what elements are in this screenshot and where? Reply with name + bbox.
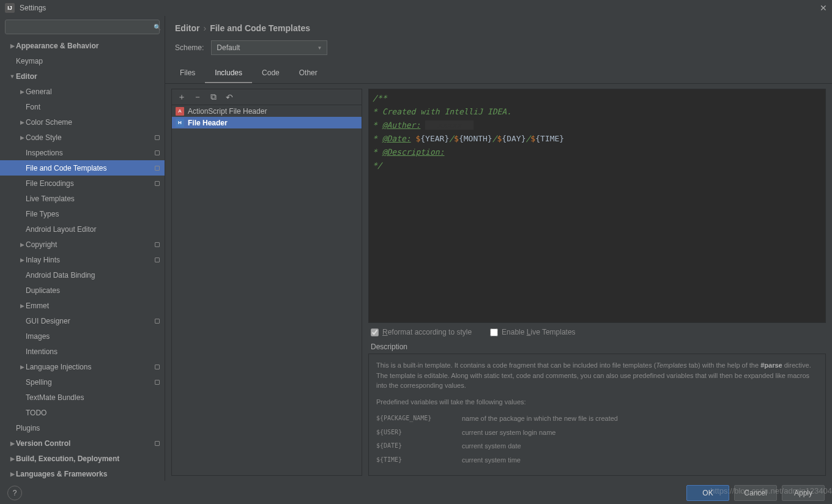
sidebar-item[interactable]: ▶Color Scheme	[0, 114, 165, 130]
sidebar-item[interactable]: File Encodings	[0, 176, 165, 191]
add-button[interactable]: ＋	[174, 91, 189, 104]
description-label: Description	[368, 341, 826, 354]
sidebar-item[interactable]: Inspections	[0, 145, 165, 160]
close-icon[interactable]: ✕	[820, 3, 827, 13]
live-templates-checkbox[interactable]: Enable Live Templates	[490, 328, 576, 336]
sidebar-item[interactable]: Live Templates	[0, 191, 165, 206]
description-panel: This is a built-in template. It contains…	[368, 354, 826, 476]
copy-button[interactable]: ⧉	[206, 91, 221, 104]
reformat-checkbox[interactable]: Reformat according to style	[371, 328, 472, 336]
sidebar-item[interactable]: File and Code Templates	[0, 160, 165, 176]
scheme-select[interactable]: Default▼	[211, 40, 327, 55]
list-toolbar: ＋ － ⧉ ↶	[171, 89, 362, 105]
sidebar: ▶Appearance & BehaviorKeymap▼Editor▶Gene…	[0, 16, 165, 481]
sidebar-item[interactable]: ▶Version Control	[0, 435, 165, 451]
breadcrumb: Editor›File and Code Templates	[165, 16, 832, 38]
sidebar-item[interactable]: ▶Build, Execution, Deployment	[0, 451, 165, 466]
ok-button[interactable]: OK	[686, 485, 729, 501]
chevron-down-icon: ▼	[317, 45, 322, 51]
sidebar-item[interactable]: ▶Language Injections	[0, 359, 165, 374]
file-icon: A	[176, 107, 184, 116]
list-item[interactable]: HFile Header	[172, 117, 362, 128]
revert-button[interactable]: ↶	[222, 91, 237, 104]
sidebar-item[interactable]: Plugins	[0, 420, 165, 435]
app-logo-icon: IJ	[5, 3, 15, 13]
sidebar-item[interactable]: TODO	[0, 405, 165, 420]
tab-files[interactable]: Files	[170, 64, 205, 83]
remove-button[interactable]: －	[190, 91, 205, 104]
sidebar-item[interactable]: ▶Languages & Frameworks	[0, 466, 165, 481]
help-button[interactable]: ?	[7, 486, 22, 500]
titlebar: IJ Settings ✕	[0, 0, 832, 16]
sidebar-item[interactable]: Spelling	[0, 374, 165, 390]
template-list: AActionScript File HeaderHFile Header	[171, 105, 362, 476]
sidebar-item[interactable]: ▶General	[0, 84, 165, 99]
sidebar-item[interactable]: Android Layout Editor	[0, 221, 165, 237]
sidebar-item[interactable]: ▶Appearance & Behavior	[0, 38, 165, 53]
sidebar-item[interactable]: TextMate Bundles	[0, 390, 165, 405]
search-input[interactable]	[5, 20, 160, 34]
list-item[interactable]: AActionScript File Header	[172, 105, 362, 117]
window-title: Settings	[20, 4, 46, 12]
sidebar-item[interactable]: Font	[0, 99, 165, 114]
sidebar-item[interactable]: ▼Editor	[0, 69, 165, 84]
code-editor[interactable]: /** * Created with IntelliJ IDEA. * @Aut…	[368, 89, 826, 323]
sidebar-item[interactable]: Intentions	[0, 344, 165, 359]
sidebar-item[interactable]: Duplicates	[0, 283, 165, 298]
sidebar-item[interactable]: ▶Code Style	[0, 130, 165, 145]
sidebar-item[interactable]: Keymap	[0, 53, 165, 69]
sidebar-item[interactable]: GUI Designer	[0, 313, 165, 328]
sidebar-item[interactable]: Images	[0, 328, 165, 344]
apply-button[interactable]: Apply	[782, 485, 825, 501]
sidebar-item[interactable]: File Types	[0, 206, 165, 221]
file-icon: H	[176, 119, 184, 127]
tab-includes[interactable]: Includes	[205, 64, 252, 83]
tab-code[interactable]: Code	[252, 64, 289, 83]
sidebar-item[interactable]: ▶Copyright	[0, 237, 165, 252]
settings-tree: ▶Appearance & BehaviorKeymap▼Editor▶Gene…	[0, 38, 165, 481]
tabs: FilesIncludesCodeOther	[165, 64, 832, 84]
sidebar-item[interactable]: ▶Emmet	[0, 298, 165, 313]
cancel-button[interactable]: Cancel	[734, 485, 777, 501]
sidebar-item[interactable]: Android Data Binding	[0, 267, 165, 283]
tab-other[interactable]: Other	[289, 64, 327, 83]
scheme-label: Scheme:	[175, 43, 204, 52]
sidebar-item[interactable]: ▶Inlay Hints	[0, 252, 165, 267]
